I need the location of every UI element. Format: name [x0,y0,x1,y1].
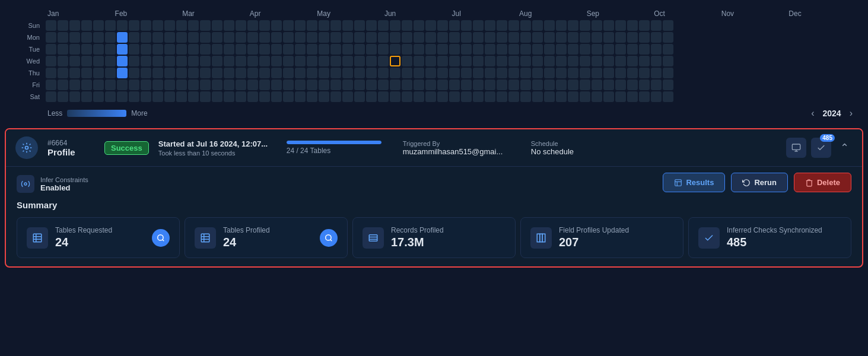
calendar-cell[interactable] [212,32,222,43]
calendar-cell[interactable] [425,56,436,66]
calendar-cell[interactable] [58,91,68,102]
calendar-cell[interactable] [93,91,104,102]
calendar-cell[interactable] [247,68,258,78]
calendar-cell[interactable] [615,20,626,31]
calendar-cell[interactable] [425,68,436,78]
calendar-cell[interactable] [200,20,211,31]
calendar-cell[interactable] [627,68,638,78]
calendar-cell[interactable] [259,80,270,90]
calendar-cell[interactable] [414,91,424,102]
next-year-button[interactable]: › [846,107,856,120]
calendar-cell[interactable] [271,32,282,43]
calendar-cell[interactable] [69,20,80,31]
calendar-cell[interactable] [366,32,377,43]
settings-icon-button[interactable] [786,138,806,158]
calendar-cell[interactable] [236,68,246,78]
calendar-cell[interactable] [69,91,80,102]
calendar-cell[interactable] [461,80,472,90]
calendar-cell[interactable] [141,91,151,102]
calendar-cell[interactable] [319,91,329,102]
calendar-cell[interactable] [414,20,424,31]
calendar-cell[interactable] [105,20,116,31]
calendar-cell[interactable] [295,68,306,78]
calendar-cell[interactable] [141,32,151,43]
calendar-cell[interactable] [307,80,317,90]
calendar-cell[interactable] [330,56,341,66]
calendar-cell[interactable] [283,80,294,90]
calendar-cell[interactable] [58,20,68,31]
calendar-cell[interactable] [568,68,578,78]
calendar-cell[interactable] [93,32,104,43]
calendar-cell[interactable] [93,56,104,66]
calendar-cell[interactable] [414,56,424,66]
calendar-cell[interactable] [520,56,531,66]
calendar-cell[interactable] [271,68,282,78]
calendar-cell[interactable] [390,20,400,31]
calendar-cell[interactable] [580,91,590,102]
calendar-cell[interactable] [592,68,602,78]
calendar-cell[interactable] [473,80,484,90]
calendar-cell[interactable] [236,32,246,43]
calendar-cell[interactable] [247,20,258,31]
calendar-cell[interactable] [152,20,163,31]
calendar-cell[interactable] [200,56,211,66]
calendar-cell[interactable] [117,44,128,55]
calendar-cell[interactable] [81,68,92,78]
calendar-cell[interactable] [236,91,246,102]
calendar-cell[interactable] [141,56,151,66]
calendar-cell[interactable] [461,68,472,78]
calendar-cell[interactable] [259,20,270,31]
calendar-cell[interactable] [544,91,555,102]
calendar-cell[interactable] [366,91,377,102]
calendar-cell[interactable] [580,32,590,43]
calendar-cell[interactable] [212,68,222,78]
calendar-cell[interactable] [283,44,294,55]
calendar-cell[interactable] [485,68,495,78]
calendar-cell[interactable] [508,44,519,55]
calendar-cell[interactable] [176,56,187,66]
calendar-cell[interactable] [259,32,270,43]
calendar-cell[interactable] [603,68,614,78]
calendar-cell[interactable] [117,32,128,43]
calendar-cell[interactable] [200,68,211,78]
calendar-cell[interactable] [176,20,187,31]
calendar-cell[interactable] [200,44,211,55]
calendar-cell[interactable] [556,20,567,31]
calendar-cell[interactable] [414,44,424,55]
calendar-cell[interactable] [414,68,424,78]
calendar-cell[interactable] [639,68,650,78]
calendar-cell[interactable] [319,20,329,31]
calendar-cell[interactable] [152,56,163,66]
calendar-cell[interactable] [402,44,412,55]
calendar-cell[interactable] [224,56,234,66]
calendar-cell[interactable] [378,68,389,78]
calendar-cell[interactable] [651,32,662,43]
calendar-cell[interactable] [437,20,448,31]
calendar-cell[interactable] [544,56,555,66]
calendar-cell[interactable] [532,91,543,102]
calendar-cell[interactable] [330,91,341,102]
calendar-cell[interactable] [200,32,211,43]
calendar-cell[interactable] [544,20,555,31]
calendar-cell[interactable] [402,32,412,43]
calendar-cell[interactable] [259,68,270,78]
calendar-cell[interactable] [651,56,662,66]
calendar-cell[interactable] [627,32,638,43]
calendar-cell[interactable] [46,56,56,66]
calendar-cell[interactable] [402,91,412,102]
calendar-cell[interactable] [615,68,626,78]
calendar-cell[interactable] [354,80,365,90]
calendar-cell[interactable] [473,44,484,55]
calendar-cell[interactable] [247,80,258,90]
calendar-cell[interactable] [461,44,472,55]
calendar-cell[interactable] [236,80,246,90]
calendar-cell[interactable] [532,56,543,66]
calendar-cell[interactable] [188,32,199,43]
calendar-cell[interactable] [81,32,92,43]
calendar-cell[interactable] [93,80,104,90]
calendar-cell[interactable] [141,68,151,78]
calendar-cell[interactable] [319,44,329,55]
calendar-cell[interactable] [164,20,175,31]
calendar-cell[interactable] [212,20,222,31]
calendar-cell[interactable] [164,91,175,102]
